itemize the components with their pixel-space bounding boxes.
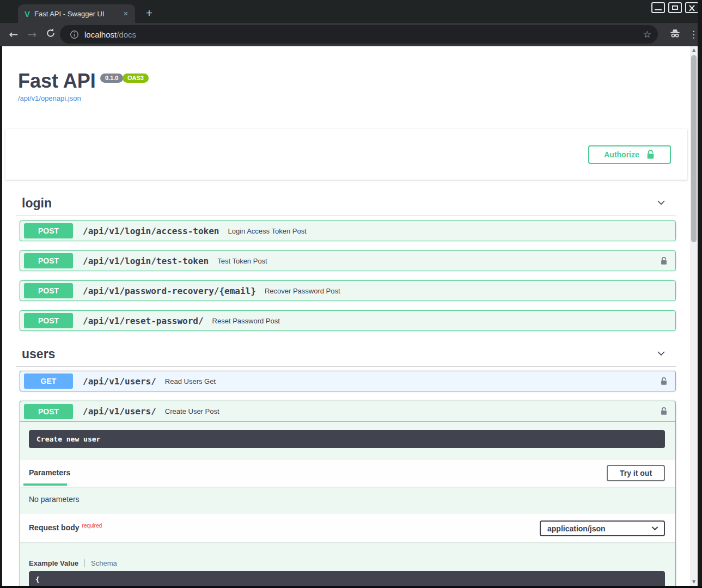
tab-example-value[interactable]: Example Value — [29, 559, 78, 567]
new-tab-button[interactable]: + — [143, 7, 156, 19]
endpoint-path: /api/v1/reset-password/ — [83, 316, 204, 326]
method-badge: POST — [24, 313, 73, 328]
expanded-operation-create-user: POST /api/v1/users/ Create User Post Cre… — [20, 401, 676, 586]
endpoint-row-create-user[interactable]: POST /api/v1/users/ Create User Post — [20, 401, 675, 422]
url-bar[interactable]: localhost/docs ☆ — [60, 25, 658, 44]
try-it-out-button[interactable]: Try it out — [607, 465, 665, 481]
endpoint-path: /api/v1/login/test-token — [83, 256, 209, 266]
site-info-icon[interactable] — [70, 30, 79, 39]
operation-description: Create new user — [29, 430, 665, 448]
tab-divider — [84, 559, 85, 567]
incognito-icon — [669, 27, 681, 42]
method-badge: POST — [24, 223, 73, 238]
authorize-label: Authorize — [604, 150, 639, 159]
tab-schema[interactable]: Schema — [91, 559, 117, 567]
back-button[interactable]: ← — [4, 28, 23, 41]
page-scrollbar[interactable]: ▲ ▼ — [690, 46, 698, 586]
close-icon — [688, 5, 695, 11]
swagger-page: Fast API 0.1.0 OAS3 /api/v1/openapi.json… — [2, 46, 690, 586]
url-text: localhost/docs — [84, 30, 136, 39]
reload-icon — [45, 28, 56, 39]
method-badge: POST — [24, 283, 73, 298]
chevron-down-icon — [651, 526, 658, 531]
endpoint-path: /api/v1/password-recovery/{email} — [83, 286, 256, 296]
endpoint-row-login-access-token[interactable]: POST /api/v1/login/access-token Login Ac… — [20, 220, 676, 241]
browser-menu-kebab-icon[interactable]: ⋮ — [689, 29, 697, 40]
maximize-icon — [672, 5, 678, 10]
bookmark-star-icon[interactable]: ☆ — [643, 29, 651, 40]
authorize-button[interactable]: Authorize — [588, 145, 671, 164]
reload-button[interactable] — [41, 28, 60, 41]
scheme-container: Authorize — [5, 129, 687, 180]
endpoint-summary: Login Access Token Post — [228, 227, 306, 235]
example-json-block: { — [29, 571, 665, 586]
window-controls — [651, 2, 699, 13]
endpoint-row-reset-password[interactable]: POST /api/v1/reset-password/ Reset Passw… — [20, 310, 676, 331]
parameters-header: Parameters Try it out — [20, 460, 675, 487]
endpoint-summary: Recover Password Post — [265, 287, 340, 295]
browser-tab[interactable]: V Fast API - Swagger UI × — [18, 4, 135, 23]
endpoint-path: /api/v1/login/access-token — [83, 226, 219, 236]
method-badge: POST — [24, 404, 73, 419]
endpoint-row-read-users[interactable]: GET /api/v1/users/ Read Users Get — [20, 371, 676, 391]
endpoint-summary: Reset Password Post — [212, 317, 280, 325]
tab-favicon-v-icon: V — [25, 9, 34, 19]
scrollbar-thumb[interactable] — [691, 55, 697, 242]
page-title: Fast API — [18, 70, 96, 93]
tab-title: Fast API - Swagger UI — [34, 10, 121, 18]
openapi-spec-link[interactable]: /api/v1/openapi.json — [18, 94, 81, 102]
forward-button[interactable]: → — [23, 28, 41, 41]
section-header-users[interactable]: users — [16, 342, 676, 367]
active-tab-underline — [23, 483, 67, 486]
endpoint-row-login-test-token[interactable]: POST /api/v1/login/test-token Test Token… — [20, 250, 676, 271]
model-example-tabs: Example Value Schema — [29, 559, 117, 567]
section-header-login[interactable]: login — [16, 191, 676, 216]
unlocked-padlock-icon — [646, 149, 655, 160]
chevron-down-icon — [656, 197, 667, 210]
minimize-button[interactable] — [651, 2, 665, 13]
minimize-icon — [655, 9, 662, 10]
scroll-down-arrow-icon[interactable]: ▼ — [690, 578, 698, 586]
maximize-button[interactable] — [668, 2, 682, 13]
section-title: users — [16, 347, 55, 362]
browser-titlebar: V Fast API - Swagger UI × + — [0, 0, 702, 23]
no-parameters-text: No parameters — [29, 495, 80, 504]
scroll-up-arrow-icon[interactable]: ▲ — [690, 46, 698, 54]
endpoint-path: /api/v1/users/ — [83, 406, 156, 416]
toolbar-right: ⋮ — [669, 23, 697, 46]
media-type-value: application/json — [547, 524, 606, 533]
method-badge: GET — [24, 373, 73, 389]
chevron-down-icon — [656, 348, 667, 361]
window-frame-bottom — [0, 586, 702, 588]
endpoint-summary: Create User Post — [165, 407, 219, 415]
unlocked-padlock-icon[interactable] — [660, 407, 668, 416]
endpoint-path: /api/v1/users/ — [83, 376, 156, 387]
oas3-badge: OAS3 — [123, 74, 149, 83]
close-button[interactable] — [685, 2, 699, 13]
unlocked-padlock-icon[interactable] — [660, 377, 668, 386]
window-frame-right — [698, 0, 702, 588]
version-badge: 0.1.0 — [100, 74, 123, 83]
method-badge: POST — [24, 253, 73, 268]
required-flag: required — [82, 523, 102, 529]
section-title: login — [16, 196, 52, 211]
media-type-select[interactable]: application/json — [540, 520, 665, 536]
tab-close-icon[interactable]: × — [121, 9, 131, 19]
unlocked-padlock-icon[interactable] — [660, 256, 668, 266]
endpoint-summary: Read Users Get — [165, 377, 216, 385]
endpoint-row-password-recovery[interactable]: POST /api/v1/password-recovery/{email} R… — [20, 280, 676, 301]
endpoint-summary: Test Token Post — [217, 257, 267, 265]
parameters-tab: Parameters — [29, 468, 70, 477]
request-body-label: Request bodyrequired — [29, 523, 102, 532]
